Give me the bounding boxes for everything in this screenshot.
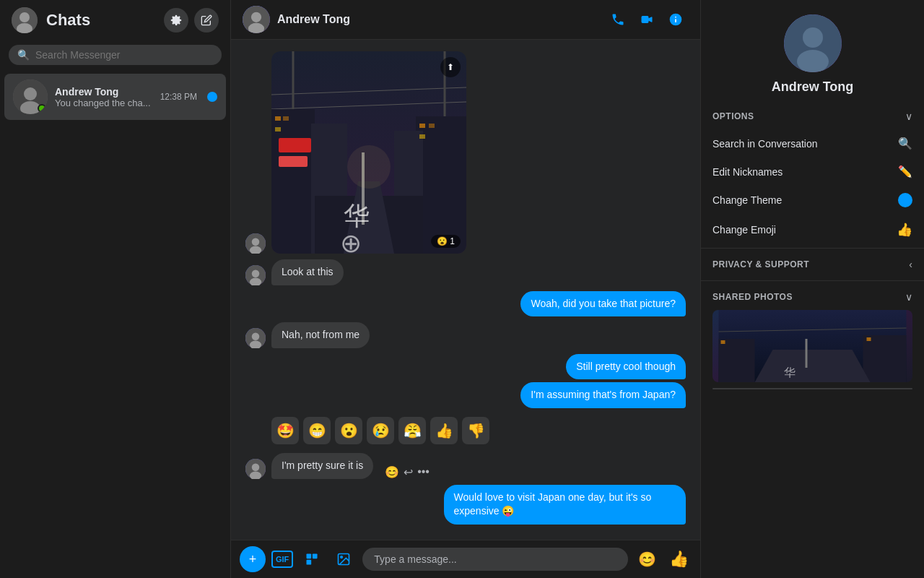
svg-rect-61 [806, 339, 808, 368]
svg-point-7 [251, 12, 261, 22]
theme-dot-icon [898, 193, 912, 207]
svg-point-4 [24, 87, 37, 100]
svg-point-42 [252, 332, 260, 340]
info-button[interactable] [663, 7, 689, 33]
msg-row-3: Nah, not from me [245, 322, 686, 348]
input-bar: + GIF 😊 👍 [231, 540, 700, 578]
emoji-thumbsdown[interactable]: 👎 [462, 417, 489, 444]
svg-point-13 [252, 238, 260, 246]
option-label: Search in Conversation [712, 138, 818, 150]
edit-nicknames-option[interactable]: Edit Nicknames ✏️ [712, 158, 912, 186]
message-bubble: I'm assuming that's from Japan? [520, 382, 686, 408]
divider [701, 280, 924, 281]
image-button[interactable] [331, 546, 357, 572]
change-emoji-option[interactable]: Change Emoji 👍 [712, 215, 912, 245]
call-button[interactable] [605, 7, 631, 33]
emoji-angry[interactable]: 😤 [398, 417, 426, 444]
emoji-star-eyes[interactable]: 🤩 [271, 417, 299, 444]
svg-rect-36 [429, 124, 435, 128]
chat-header-name: Andrew Tong [277, 13, 350, 26]
main-chat: Andrew Tong [231, 0, 700, 578]
emoji-button[interactable]: 😊 [634, 546, 660, 572]
chat-item[interactable]: Andrew Tong You changed the cha... 12:38… [4, 74, 226, 120]
sender-avatar [245, 459, 266, 479]
svg-rect-55 [784, 14, 842, 72]
svg-rect-63 [721, 340, 725, 344]
chat-header: Andrew Tong [231, 0, 700, 40]
svg-rect-48 [313, 554, 318, 559]
sidebar-actions [164, 8, 219, 33]
search-in-conversation-option[interactable]: Search in Conversation 🔍 [712, 129, 912, 158]
message-input[interactable] [362, 548, 628, 571]
message-actions: 😊 ↩ ••• [385, 465, 430, 479]
sender-avatar [245, 328, 266, 348]
svg-rect-37 [419, 134, 425, 139]
emoji-sad[interactable]: 😢 [367, 417, 394, 444]
message-bubble: I'm pretty sure it is [271, 453, 373, 479]
shared-photo-item[interactable]: 华 [712, 310, 912, 382]
edit-icon: ✏️ [898, 165, 912, 178]
settings-button[interactable] [164, 8, 188, 33]
thumbsup-icon: 👍 [897, 222, 912, 238]
emoji-grin[interactable]: 😁 [303, 417, 331, 444]
gif-button[interactable]: GIF [271, 551, 293, 568]
privacy-header[interactable]: PRIVACY & SUPPORT ‹ [701, 251, 924, 277]
sidebar: Chats 🔍 [0, 0, 231, 578]
svg-rect-47 [307, 554, 312, 559]
right-panel: Andrew Tong OPTIONS ∨ Search in Conversa… [700, 0, 924, 578]
msg-row-image: 华 ⊕ [245, 51, 686, 254]
options-section: OPTIONS ∨ Search in Conversation 🔍 Edit … [701, 103, 924, 245]
search-box[interactable]: 🔍 [9, 45, 222, 65]
option-label: Change Emoji [712, 224, 776, 236]
shared-photos-title: SHARED PHOTOS [712, 292, 793, 302]
video-button[interactable] [634, 7, 660, 33]
reply-icon[interactable]: ↩ [404, 465, 413, 479]
options-header[interactable]: OPTIONS ∨ [712, 103, 912, 129]
msg-row-2: Woah, did you take that picture? [245, 291, 686, 317]
reaction-display: 😮 1 [431, 235, 461, 248]
chat-time: 12:38 PM [160, 92, 197, 102]
street-image: 华 ⊕ [271, 51, 466, 254]
svg-rect-49 [307, 560, 312, 565]
svg-point-51 [341, 556, 343, 558]
msg-row-1: Look at this [245, 259, 686, 285]
svg-rect-58 [719, 339, 755, 382]
image-message: 华 ⊕ [271, 51, 466, 254]
profile-section: Andrew Tong [701, 0, 924, 103]
shared-photos-content: 华 [701, 310, 924, 401]
svg-rect-33 [283, 116, 289, 121]
message-bubble: Would love to visit Japan one day, but i… [444, 485, 687, 525]
option-label: Edit Nicknames [712, 166, 783, 178]
svg-text:⊕: ⊕ [340, 229, 362, 254]
change-theme-option[interactable]: Change Theme [712, 186, 912, 215]
svg-text:华: 华 [784, 366, 796, 379]
shared-photos-header[interactable]: SHARED PHOTOS ∨ [701, 284, 924, 310]
message-bubble: Still pretty cool though [566, 354, 686, 380]
active-indicator [38, 104, 46, 113]
more-icon[interactable]: ••• [417, 465, 430, 478]
compose-button[interactable] [194, 8, 219, 33]
svg-rect-59 [863, 335, 907, 382]
messenger-icon [207, 92, 217, 102]
header-actions [605, 7, 689, 33]
divider [701, 248, 924, 249]
emoji-wow[interactable]: 😮 [335, 417, 362, 444]
sidebar-title: Chats [46, 11, 155, 30]
sender-avatar [245, 233, 266, 254]
emoji-react-icon[interactable]: 😊 [385, 465, 399, 479]
chat-name: Andrew Tong [55, 86, 153, 98]
add-button[interactable]: + [240, 546, 266, 572]
emoji-thumbsup[interactable]: 👍 [430, 417, 458, 444]
msg-row-5: Would love to visit Japan one day, but i… [245, 485, 686, 525]
sticker-button[interactable] [299, 546, 325, 572]
message-bubble: Nah, not from me [271, 322, 370, 348]
sender-avatar [245, 265, 266, 285]
svg-rect-32 [275, 116, 281, 121]
svg-point-45 [252, 463, 260, 471]
like-button[interactable]: 👍 [666, 546, 692, 572]
chat-header-avatar [243, 6, 270, 33]
profile-avatar [784, 14, 842, 72]
profile-name: Andrew Tong [772, 79, 854, 95]
search-input[interactable] [35, 49, 213, 61]
share-button[interactable]: ⬆ [440, 57, 461, 77]
